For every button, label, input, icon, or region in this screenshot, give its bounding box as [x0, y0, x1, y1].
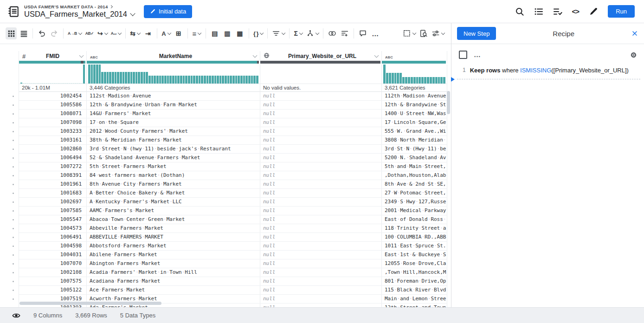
cell-address[interactable]: 8th·Ave·&·2nd·St·SE,	[382, 180, 447, 188]
cell-fmid[interactable]: 1007098	[19, 118, 87, 127]
cell-fmid[interactable]: 1008071	[19, 110, 87, 118]
column-menu-chevron-icon[interactable]	[253, 53, 258, 58]
union-button[interactable]	[327, 27, 338, 39]
breadcrumb[interactable]: USDA FAMER'S MARKET DATA - 2014	[24, 4, 135, 9]
cell-website[interactable]: null	[260, 304, 382, 307]
cell-address[interactable]: 17·Lincoln·Square,Ge	[382, 118, 447, 127]
case-transform-button[interactable]: A→B	[67, 27, 83, 39]
undo-button[interactable]	[36, 27, 47, 39]
table-row[interactable]: 1007272 5th·Street·Farmers·Market null 5…	[19, 162, 447, 171]
cell-marketname[interactable]: Abacoa·Town·Center·Green·Market	[87, 215, 260, 224]
cell-address[interactable]: East·of·Donald·Ross·	[382, 215, 447, 224]
cell-website[interactable]: null	[260, 215, 382, 224]
cell-address[interactable]: 12th·Street·and·Town	[382, 304, 447, 307]
cell-address[interactable]: Main·and·Lemon·Stree	[382, 295, 447, 303]
list-check-icon[interactable]	[553, 7, 562, 16]
cell-marketname[interactable]: 52·&·Shadeland·Avenue·Farmers·Market	[87, 154, 260, 162]
histogram[interactable]	[19, 65, 87, 84]
cell-address[interactable]: 2001·Medical·Parkway	[382, 207, 447, 215]
text-format-button[interactable]: A	[161, 27, 172, 39]
cell-address[interactable]: 27·W·Potomac·Street,	[382, 189, 447, 197]
cell-address[interactable]: 12th·&·Brandywine·St	[382, 101, 447, 109]
cell-fmid[interactable]: 1002454	[19, 92, 87, 100]
column-header-fmid[interactable]: # FMID	[19, 51, 87, 61]
cell-address[interactable]: 118·Trinity·Street·a	[382, 224, 447, 233]
cell-fmid[interactable]: 1001683	[19, 189, 87, 197]
quality-segment-missing[interactable]	[257, 61, 259, 64]
cell-address[interactable]: 100·COLUMBIA·RD.,ABB	[382, 233, 447, 241]
cell-marketname[interactable]: Abbotsford·Farmers·Market	[87, 242, 260, 250]
cell-website[interactable]: null	[260, 189, 382, 197]
rows-count[interactable]: 3,669 Rows	[75, 312, 107, 319]
column-header-address[interactable]: ABC	[382, 51, 447, 61]
lookup-button[interactable]	[339, 27, 350, 39]
cell-website[interactable]: null	[260, 136, 382, 144]
cell-website[interactable]: null	[260, 145, 382, 153]
string-type-icon[interactable]: ABC	[385, 52, 393, 60]
horizontal-scrollbar[interactable]	[19, 302, 161, 305]
grid-view-button[interactable]	[6, 27, 17, 39]
cell-address[interactable]: 5th·and·Main·Street,	[382, 162, 447, 171]
cell-address[interactable]: 5200·N.·Shadeland·Av	[382, 154, 447, 162]
cell-website[interactable]: null	[260, 110, 382, 118]
cell-marketname[interactable]: Abington·Farmers·Market	[87, 259, 260, 268]
cell-marketname[interactable]: 38th·&·Meridian·Farmers·Market	[87, 136, 260, 144]
vertical-scrollbar[interactable]	[447, 91, 450, 114]
extract-button[interactable]: ↪	[97, 27, 109, 39]
cell-fmid[interactable]: 1005586	[19, 101, 87, 109]
quality-bar[interactable]	[19, 61, 87, 64]
table-row[interactable]: 1002454 112st·Madison·Avenue null 112th·…	[19, 92, 447, 101]
column-header-marketname[interactable]: ABC MarketName	[87, 51, 260, 61]
table-row[interactable]: 1004598 Abbotsford·Farmers·Market null 1…	[19, 242, 447, 251]
table-row[interactable]: 1007575 Acadiana·Farmers·Market null 801…	[19, 277, 447, 286]
cell-marketname[interactable]: Acadiana·Farmers·Market	[87, 277, 260, 285]
cell-marketname[interactable]: 12th·&·Brandywine·Urban·Farm·Market	[87, 101, 260, 109]
sort-button[interactable]: A₁₂	[110, 27, 122, 39]
cell-fmid[interactable]: 1004573	[19, 224, 87, 233]
table-row[interactable]: 1002108 Acadia·Farmers'·Market·in·Town·H…	[19, 268, 447, 277]
cell-website[interactable]: null	[260, 242, 382, 250]
run-button[interactable]: Run	[608, 5, 635, 18]
table-row[interactable]: 1001683 A·Better·Choice·Bakery·&·Market …	[19, 189, 447, 198]
cell-fmid[interactable]: 1006491	[19, 233, 87, 241]
cell-fmid[interactable]: 1003233	[19, 127, 87, 136]
cell-fmid[interactable]: 1007585	[19, 207, 87, 215]
cell-address[interactable]: East·1st·&·Buckeye·S	[382, 251, 447, 259]
table-row[interactable]: 1005586 12th·&·Brandywine·Urban·Farm·Mar…	[19, 101, 447, 110]
steps-list-icon[interactable]	[534, 7, 543, 16]
comment-button[interactable]	[357, 27, 368, 39]
cell-marketname[interactable]: A·Better·Choice·Bakery·&·Market	[87, 189, 260, 197]
quality-segment-valid[interactable]	[19, 61, 81, 64]
table-row[interactable]: 1007585 AAMC·Farmers's·Market null 2001·…	[19, 207, 447, 215]
histogram[interactable]	[87, 65, 260, 84]
cell-fmid[interactable]: 1002108	[19, 268, 87, 277]
cell-marketname[interactable]: 8th·Avenue·City·Farmers·Market	[87, 180, 260, 188]
cell-address[interactable]: ,Town·Hill,Hancock,M	[382, 268, 447, 277]
cell-marketname[interactable]: Abbeville·Farmers·Market	[87, 224, 260, 233]
cell-website[interactable]: null	[260, 233, 382, 241]
data-types-count[interactable]: 5 Data Types	[120, 312, 155, 319]
quality-segment-valid[interactable]	[382, 61, 446, 64]
cell-fmid[interactable]: 1007070	[19, 259, 87, 268]
more-button[interactable]: …	[370, 27, 381, 39]
table-row[interactable]: 1003233 2012·Wood·County·Farmers'·Market…	[19, 127, 447, 136]
cell-address[interactable]: 2349·S·Hwy·127,Russe	[382, 198, 447, 206]
column-menu-chevron-icon[interactable]	[79, 53, 84, 58]
cell-fmid[interactable]: 1006494	[19, 154, 87, 162]
cell-website[interactable]: null	[260, 162, 382, 171]
title-chevron-down-icon[interactable]	[130, 11, 135, 16]
new-step-button[interactable]: New Step	[457, 27, 496, 40]
histogram[interactable]	[260, 65, 382, 84]
cell-address[interactable]: 555·W.·Grand·Ave.,Wi	[382, 127, 447, 136]
cell-marketname[interactable]: Abilene·Farmers·Market	[87, 251, 260, 259]
close-icon[interactable]	[631, 30, 638, 37]
column-settings-button[interactable]	[431, 27, 445, 39]
cell-marketname[interactable]: 2012·Wood·County·Farmers'·Market	[87, 127, 260, 136]
cell-website[interactable]: null	[260, 180, 382, 188]
cell-website[interactable]: null	[260, 154, 382, 162]
eyedropper-icon[interactable]	[589, 7, 598, 16]
columns-count[interactable]: 9 Columns	[33, 312, 62, 319]
aggregate-button[interactable]: Σ	[293, 27, 304, 39]
table-row[interactable]: 1001961 8th·Avenue·City·Farmers·Market n…	[19, 180, 447, 189]
insert-table-button[interactable]: ⊞	[173, 27, 184, 39]
